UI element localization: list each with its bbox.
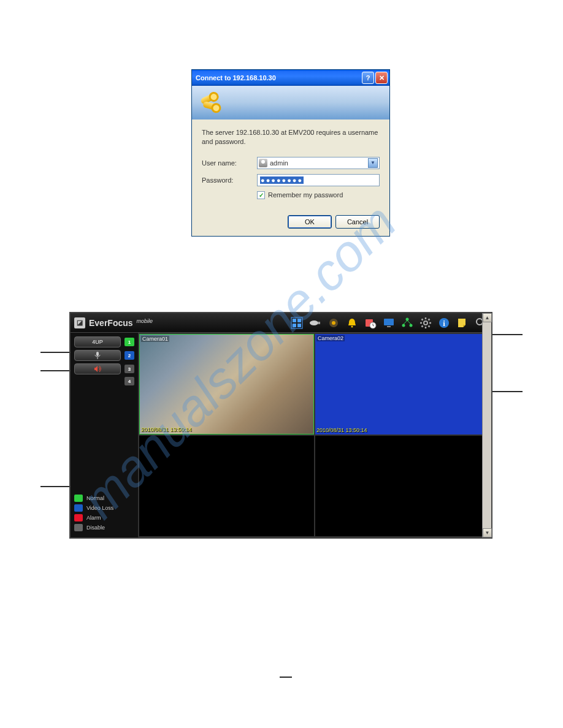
camera-tile-3[interactable] <box>139 436 314 536</box>
connect-dialog: Connect to 192.168.10.30 ? ✕ The server … <box>191 69 390 237</box>
monitor-icon[interactable] <box>382 316 396 330</box>
camera-1-timestamp: 2010/08/31 13:50:14 <box>141 427 192 433</box>
remember-checkbox[interactable]: ✓ <box>257 191 265 199</box>
channel-2-indicator[interactable]: 2 <box>124 351 134 360</box>
svg-line-24 <box>429 325 430 327</box>
viewer-window: ◪ EverFocus mobile i 4UP 1 <box>69 312 492 539</box>
network-icon[interactable] <box>400 316 414 330</box>
svg-rect-31 <box>96 352 99 356</box>
svg-line-23 <box>422 319 423 320</box>
grid-icon[interactable] <box>290 316 304 330</box>
video-grid: Camera01 2010/08/31 13:50:14 Camera02 20… <box>138 333 491 537</box>
svg-rect-4 <box>293 324 296 327</box>
gear-icon[interactable] <box>419 316 432 330</box>
channel-1-indicator[interactable]: 1 <box>124 338 134 346</box>
svg-rect-3 <box>297 319 301 322</box>
camera-1-label: Camera01 <box>141 336 169 342</box>
legend-alarm: Alarm <box>86 515 101 521</box>
legend-alarm-swatch <box>74 514 83 521</box>
dialog-titlebar[interactable]: Connect to 192.168.10.30 ? ✕ <box>192 70 389 86</box>
svg-line-26 <box>429 319 430 320</box>
scroll-down-button[interactable]: ▼ <box>483 528 492 537</box>
record-icon[interactable] <box>327 316 340 330</box>
svg-text:i: i <box>443 319 445 328</box>
left-panel: 4UP 1 2 3 4 Normal Video Loss <box>71 333 138 537</box>
speaker-icon <box>93 365 102 373</box>
user-icon <box>259 159 267 167</box>
svg-rect-2 <box>293 319 296 322</box>
password-input[interactable]: ●●●●●●●● <box>257 174 380 186</box>
chevron-down-icon[interactable]: ▼ <box>368 158 378 168</box>
mic-button[interactable] <box>74 350 121 361</box>
legend-normal: Normal <box>86 495 104 501</box>
speaker-button[interactable] <box>74 363 121 374</box>
svg-point-9 <box>332 321 335 325</box>
username-combobox[interactable]: admin ▼ <box>257 157 380 169</box>
svg-rect-14 <box>387 326 391 327</box>
keys-icon <box>198 91 223 115</box>
camera-icon[interactable] <box>308 316 322 330</box>
legend-videoloss-swatch <box>74 504 83 512</box>
bell-icon[interactable] <box>345 316 359 330</box>
svg-rect-13 <box>384 319 394 325</box>
username-label: User name: <box>202 159 257 167</box>
brand: ◪ EverFocus mobile <box>74 317 153 328</box>
svg-point-16 <box>402 324 405 327</box>
brand-icon: ◪ <box>74 317 85 328</box>
svg-point-15 <box>406 317 409 320</box>
info-icon[interactable]: i <box>437 316 451 330</box>
channel-3-indicator[interactable]: 3 <box>124 365 134 373</box>
viewer-toolbar: ◪ EverFocus mobile i <box>71 313 491 333</box>
note-icon[interactable] <box>456 316 469 330</box>
scroll-up-button[interactable]: ▲ <box>483 313 492 322</box>
camera-2-timestamp: 2010/08/31 13:50:14 <box>316 427 367 433</box>
page-mark <box>280 677 292 678</box>
svg-rect-7 <box>318 322 320 324</box>
legend-normal-swatch <box>74 495 83 502</box>
svg-point-18 <box>424 321 427 325</box>
help-button[interactable]: ? <box>362 72 374 84</box>
camera-tile-1[interactable]: Camera01 2010/08/31 13:50:14 <box>139 334 314 434</box>
camera-2-label: Camera02 <box>316 335 345 341</box>
dialog-banner <box>192 86 389 119</box>
svg-point-6 <box>310 320 318 325</box>
camera-tile-2[interactable]: Camera02 2010/08/31 13:50:14 <box>315 334 490 434</box>
channel-4-indicator[interactable]: 4 <box>124 377 134 385</box>
dialog-message: The server 192.168.10.30 at EMV200 requi… <box>202 128 380 147</box>
svg-point-17 <box>410 324 413 327</box>
brand-name: EverFocus <box>89 318 133 328</box>
remember-label: Remember my password <box>268 191 343 199</box>
camera-tile-4[interactable] <box>315 436 490 536</box>
fourup-button[interactable]: 4UP <box>74 336 121 347</box>
legend-disable-swatch <box>74 524 83 531</box>
svg-rect-5 <box>297 324 301 327</box>
dialog-title: Connect to 192.168.10.30 <box>196 74 361 82</box>
schedule-icon[interactable] <box>364 316 377 330</box>
ok-button[interactable]: OK <box>288 215 332 229</box>
scrollbar[interactable]: ▲ ▼ <box>482 313 491 537</box>
legend-disable: Disable <box>86 525 105 531</box>
password-masked: ●●●●●●●● <box>260 176 304 184</box>
svg-line-25 <box>422 325 423 327</box>
microphone-icon <box>93 351 102 360</box>
username-value: admin <box>270 159 288 167</box>
svg-point-10 <box>351 325 353 327</box>
close-button[interactable]: ✕ <box>375 72 388 84</box>
legend: Normal Video Loss Alarm Disable <box>74 495 134 534</box>
brand-sup: mobile <box>137 318 153 324</box>
legend-videoloss: Video Loss <box>86 505 113 511</box>
password-label: Password: <box>202 176 257 184</box>
cancel-button[interactable]: Cancel <box>335 215 380 229</box>
